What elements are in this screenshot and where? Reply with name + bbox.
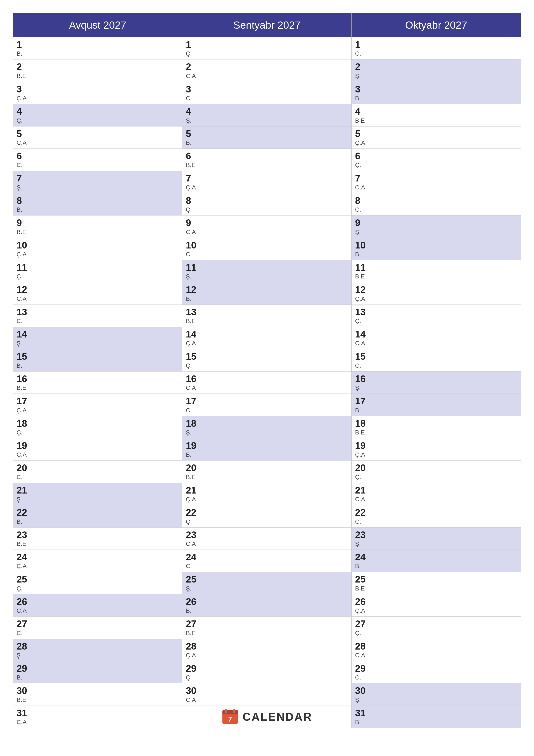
day-name: B. (355, 563, 517, 570)
day-name: C.A (355, 496, 517, 503)
day-name: C. (16, 162, 179, 169)
day-cell-m2-r9: 10B. (352, 238, 521, 260)
day-cell-m2-r2: 3B. (352, 82, 521, 104)
day-name: Ç.A (16, 563, 179, 570)
day-name: Ş. (355, 385, 517, 392)
day-number: 21 (355, 485, 517, 496)
svg-rect-1 (222, 710, 238, 714)
day-name: Ç.A (355, 139, 517, 146)
day-number: 18 (186, 418, 348, 429)
day-number: 25 (355, 574, 517, 584)
day-cell-m0-r6: 7Ş. (13, 171, 182, 193)
day-number: 21 (16, 485, 179, 496)
day-number: 31 (16, 708, 179, 718)
day-number: 30 (355, 686, 518, 696)
day-name: C.A (16, 295, 179, 302)
day-name: Ç. (186, 362, 348, 369)
day-cell-m2-r5: 6Ç. (352, 149, 521, 171)
day-cell-m1-r17: 18Ş. (182, 416, 352, 438)
day-cell-m2-r4: 5Ç.A (352, 126, 521, 149)
day-name: Ç. (16, 585, 179, 592)
day-number: 22 (355, 507, 517, 518)
day-number: 5 (16, 129, 179, 139)
day-number: 10 (16, 240, 179, 251)
day-cell-m2-r26: 27Ç. (352, 617, 521, 639)
day-number: 24 (186, 552, 348, 562)
day-number: 29 (355, 663, 517, 674)
day-cell-m0-r23: 24Ç.A (13, 550, 182, 572)
day-number: 8 (16, 196, 179, 206)
day-number: 26 (355, 597, 517, 607)
day-cell-m1-r0: 1Ç. (182, 37, 352, 60)
day-name: B. (355, 407, 517, 414)
day-cell-m0-r4: 5C.A (13, 126, 182, 149)
day-number: 19 (355, 441, 517, 451)
day-number: 7 (355, 173, 517, 183)
day-name: B. (16, 362, 179, 369)
day-number: 29 (16, 663, 179, 674)
day-cell-m1-r24: 25Ş. (182, 572, 352, 594)
day-number: 4 (16, 106, 179, 117)
day-number: 19 (186, 441, 348, 451)
day-number: 18 (16, 418, 179, 429)
day-name: Ş. (355, 540, 517, 547)
day-number: 28 (16, 641, 179, 652)
day-cell-m1-r8: 9C.A (182, 216, 352, 238)
logo-text: CALENDAR (243, 710, 313, 723)
day-name: Ç.A (16, 95, 179, 102)
footer-cell-m0: 31Ç.A (13, 706, 182, 728)
day-name: B.E (355, 429, 517, 436)
day-cell-m2-r3: 4B.E (352, 104, 521, 126)
day-number: 14 (16, 329, 179, 339)
day-number: 20 (16, 463, 179, 473)
day-number: 13 (16, 307, 179, 317)
day-name: B. (355, 719, 518, 726)
day-name: Ç. (355, 630, 517, 636)
day-name: B.E (16, 385, 179, 392)
day-cell-m0-r3: 4Ç. (13, 104, 182, 126)
day-number: 28 (355, 641, 517, 652)
day-cell-m1-r23: 24C. (182, 550, 352, 572)
day-name: Ç.A (16, 407, 179, 414)
day-cell-m2-r6: 7C.A (352, 171, 521, 193)
day-cell-m0-r22: 23B.E (13, 527, 182, 550)
day-name: C.A (186, 696, 348, 703)
day-number: 11 (355, 262, 517, 273)
day-cell-m1-r19: 20B.E (182, 461, 352, 483)
day-cell-m1-r14: 15Ç. (182, 349, 352, 371)
day-cell-m2-r12: 13Ç. (352, 305, 521, 327)
day-cell-m0-r28: 29B. (13, 661, 182, 683)
day-cell-m1-r13: 14Ç.A (182, 327, 352, 349)
day-cell-m2-r27: 28C.A (352, 639, 521, 661)
day-number: 11 (16, 262, 179, 273)
day-number: 4 (355, 106, 517, 117)
day-name: B.E (16, 73, 179, 80)
day-name: Ş. (16, 340, 179, 347)
day-name: C.A (16, 451, 179, 458)
day-cell-m0-r2: 3Ç.A (13, 82, 182, 104)
day-number: 31 (355, 708, 518, 718)
day-name: B.E (16, 229, 179, 235)
day-cell-m1-r29: 30C.A (182, 683, 352, 706)
day-name: B.E (186, 630, 348, 636)
day-name: B. (16, 674, 179, 681)
day-name: C. (355, 674, 517, 681)
day-number: 10 (355, 240, 517, 251)
day-name: Ş. (186, 273, 348, 280)
day-number: 4 (186, 106, 348, 117)
day-name: C. (186, 407, 348, 414)
day-name: B.E (186, 162, 348, 169)
day-number: 25 (186, 574, 348, 584)
day-name: Ç.A (186, 340, 348, 347)
day-cell-m2-r16: 17B. (352, 394, 521, 416)
day-cell-m1-r4: 5B. (182, 126, 352, 149)
day-name: Ş. (355, 73, 517, 80)
day-name: C. (186, 95, 348, 102)
month-header-1: Sentyabr 2027 (182, 13, 352, 37)
day-number: 3 (16, 84, 179, 94)
day-number: 8 (186, 196, 348, 206)
day-cell-m1-r21: 22Ç. (182, 505, 352, 527)
day-name: C. (355, 518, 517, 525)
day-cell-m0-r24: 25Ç. (13, 572, 182, 594)
day-name: C. (186, 563, 348, 570)
